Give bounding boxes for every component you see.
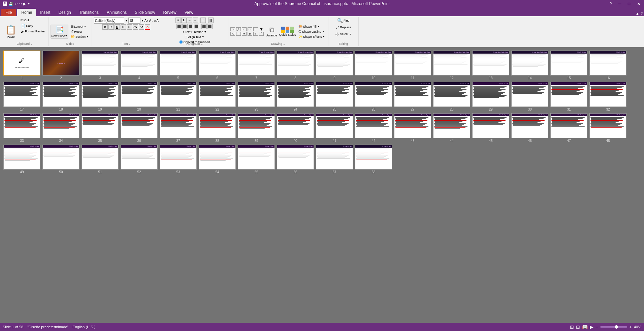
slide-thumb[interactable]: فصل 2 - ماده 2525 <box>316 82 353 111</box>
arrange-button[interactable]: ⧉ Arrange <box>266 26 278 37</box>
shape-line[interactable]: ╱ <box>236 27 241 31</box>
shape-fill-button[interactable]: 🎨 Shape Fill ▼ <box>297 24 326 29</box>
align-right-button[interactable]: ⬛ <box>188 24 193 29</box>
decrease-indent-button[interactable]: ← <box>187 18 192 23</box>
layout-button[interactable]: ⊞ Layout ▼ <box>70 24 90 29</box>
shape-circle[interactable]: ○ <box>253 27 258 31</box>
zoom-in-btn[interactable]: + <box>629 324 632 330</box>
align-left-button[interactable]: ⬛ <box>176 24 182 29</box>
drawing-expand-icon[interactable]: ⌄ <box>283 42 285 46</box>
shape-arrow[interactable]: → <box>236 32 241 36</box>
slide-thumb[interactable]: مسائل شورای عالی بیمه - 44 <box>121 51 158 80</box>
slide-thumb[interactable]: فصل 4 - ماده 5555 <box>238 145 275 174</box>
reading-view-icon[interactable]: 📖 <box>582 324 588 330</box>
align-text-dropdown[interactable]: ▼ <box>202 36 204 38</box>
slide-panel[interactable]: 🖋 تصویبات شورای عالی بیمه 1آثار بیمه نام… <box>0 47 644 323</box>
slide-thumb[interactable]: فصل 3 - ماده 3636 <box>121 113 158 143</box>
para-expand-icon[interactable]: ⌄ <box>201 42 203 46</box>
copy-button[interactable]: 📄 Copy <box>20 23 46 28</box>
normal-view-icon[interactable]: ⊞ <box>570 324 574 330</box>
tab-transitions[interactable]: Transitions <box>75 9 103 16</box>
zoom-level[interactable]: 40% <box>634 325 641 329</box>
maximize-btn[interactable]: □ <box>624 2 634 6</box>
slide-thumb[interactable]: فصل 3 - ماده 4040 <box>277 113 314 143</box>
slide-thumb[interactable]: مسائل شورای عالی بیمه - 1212 <box>433 51 470 80</box>
section-dropdown[interactable]: ▼ <box>86 35 89 38</box>
slide-thumb[interactable]: فصل 2 - ماده 2020 <box>121 82 158 111</box>
font-name-input[interactable] <box>94 18 124 24</box>
slideshow-icon[interactable]: ▶ <box>590 324 593 330</box>
ltr-button[interactable]: ⬛ <box>207 24 213 29</box>
new-slide-dropdown[interactable]: ▼ <box>65 35 67 37</box>
slide-thumb[interactable]: فصل 5 - ماده 5757 <box>316 145 353 174</box>
shape-effects-button[interactable]: ✨ Shape Effects ▼ <box>297 34 326 39</box>
slide-thumb[interactable]: فصل 4 - ماده 4747 <box>550 113 587 143</box>
format-painter-button[interactable]: 🖌 Format Painter <box>20 29 46 34</box>
zoom-out-btn[interactable]: − <box>595 324 598 330</box>
slide-thumb[interactable]: مسائل شورای عالی بیمه - 88 <box>277 51 314 80</box>
bullets-button[interactable]: ≡ <box>175 18 181 23</box>
shape-effects-dropdown[interactable]: ▼ <box>323 35 325 38</box>
shape-star[interactable]: ★ <box>248 32 252 36</box>
replace-button[interactable]: ⇌ Replace <box>334 24 352 30</box>
slide-thumb[interactable]: مسائل شورای عالی بیمه - 1313 <box>472 51 509 80</box>
slide-thumb[interactable]: فصل 4 - ماده 5252 <box>121 145 158 174</box>
minimize-btn[interactable]: ─ <box>614 1 624 6</box>
justify-button[interactable]: ⬛ <box>194 24 199 29</box>
bold-button[interactable]: B <box>102 24 108 30</box>
slide-thumb[interactable]: فصل 3 - ماده 3232 <box>589 82 626 111</box>
font-name-dropdown[interactable]: ▼ <box>125 19 128 22</box>
slide-thumb[interactable]: مسائل شورای عالی بیمه - 77 <box>238 51 275 80</box>
slide-thumb[interactable]: فصل 3 - ماده 2929 <box>472 82 509 111</box>
slide-thumb[interactable]: فصل 3 - ماده 3535 <box>82 113 119 143</box>
ribbon-help[interactable]: ? <box>641 11 643 16</box>
slide-thumb[interactable]: فصل 3 - ماده 3333 <box>3 113 40 143</box>
qa-run[interactable]: ▶ <box>23 2 26 6</box>
font-expand-icon[interactable]: ⌄ <box>128 42 131 46</box>
shape-outline-dropdown[interactable]: ▼ <box>322 30 324 33</box>
tab-home[interactable]: Home <box>17 9 36 16</box>
zoom-slider[interactable] <box>600 326 627 328</box>
slide-thumb[interactable]: مسائل شورای عالی بیمه - 33 <box>82 51 119 80</box>
slide-thumb[interactable]: فصل 2 - ماده 1919 <box>82 82 119 111</box>
shape-rect[interactable]: □ <box>230 27 235 31</box>
slide-thumb[interactable]: فصل 3 - ماده 3030 <box>511 82 548 111</box>
shape-outline-button[interactable]: ⬡ Shape Outline ▼ <box>297 29 326 34</box>
slide-thumb[interactable]: فصل 4 - ماده 5454 <box>199 145 236 174</box>
font-color-button[interactable]: A <box>145 24 150 30</box>
rtl-button[interactable]: ⬛ <box>201 24 207 29</box>
qa-redo[interactable]: ↪ <box>19 2 22 6</box>
tab-insert[interactable]: Insert <box>36 9 54 16</box>
slide-thumb[interactable]: فصل 2 - ماده 1818 <box>42 82 79 111</box>
tab-file[interactable]: File <box>1 9 16 16</box>
slide-thumb[interactable]: فصل 3 - ماده 3434 <box>42 113 79 143</box>
italic-button[interactable]: I <box>108 24 114 30</box>
shape-arrow2[interactable]: ⇒ <box>242 32 247 36</box>
slide-thumb[interactable]: مسائل شورای عالی بیمه - 99 <box>316 51 353 80</box>
shapes-more[interactable]: ▼ <box>259 27 264 31</box>
slide-thumb[interactable]: مسائل شورای عالی بیمه - 1111 <box>394 51 431 80</box>
slide-thumb[interactable]: فصل 4 - ماده 4646 <box>511 113 548 143</box>
section-button[interactable]: 📂 Section ▼ <box>70 34 90 39</box>
slide-thumb[interactable]: فصل 2 - ماده 2121 <box>160 82 197 111</box>
qa-save[interactable]: 💾 <box>8 2 13 6</box>
shape-fill-dropdown[interactable]: ▼ <box>317 25 320 28</box>
slide-thumb[interactable]: آثار بیمه نامه ای2 <box>42 51 79 80</box>
shape-curve[interactable]: ∿ <box>253 32 258 36</box>
shadow-button[interactable]: S <box>127 24 132 30</box>
find-button[interactable]: 🔍 Find <box>336 18 351 24</box>
tab-view[interactable]: View <box>181 9 197 16</box>
qa-dropdown[interactable]: ▼ <box>27 2 30 5</box>
numbering-button[interactable]: 1. <box>181 18 187 23</box>
slide-thumb[interactable]: مسائل شورای عالی بیمه - 1414 <box>511 51 548 80</box>
slide-thumb[interactable]: فصل 4 - ماده 4848 <box>589 113 626 143</box>
clear-formatting[interactable]: ✕A <box>154 19 159 23</box>
new-slide-button[interactable]: 📑 New Slide ▼ <box>51 25 68 39</box>
slide-thumb[interactable]: مسائل شورای عالی بیمه - 66 <box>199 51 236 80</box>
slide-thumb[interactable]: فصل 5 - ماده 5858 <box>355 145 392 174</box>
text-direction-button[interactable]: ↕ Text Direction ▼ <box>182 30 207 34</box>
shape-rect2[interactable]: □ <box>242 27 247 31</box>
line-spacing-button[interactable]: ↕ <box>200 18 206 23</box>
columns-button[interactable]: ||| <box>208 18 214 23</box>
tab-animations[interactable]: Animations <box>103 9 131 16</box>
